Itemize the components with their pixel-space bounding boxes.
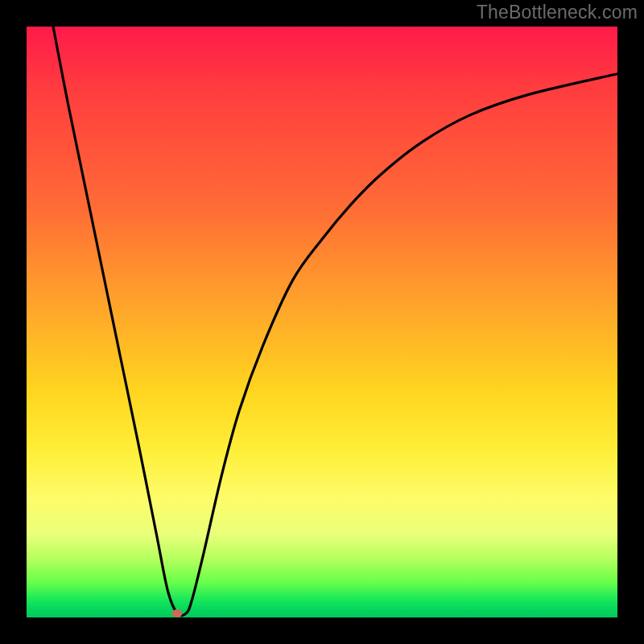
watermark-text: TheBottleneck.com: [477, 2, 638, 23]
plot-area: [27, 27, 617, 617]
chart-frame: TheBottleneck.com: [0, 0, 644, 644]
minimum-marker: [172, 609, 183, 617]
bottleneck-curve: [27, 27, 617, 617]
